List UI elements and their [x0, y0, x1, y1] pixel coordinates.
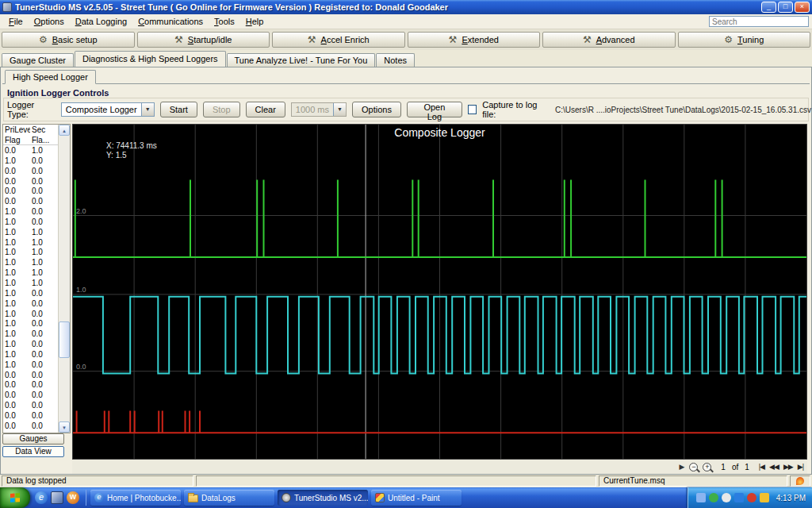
- scrollbar-thumb[interactable]: [59, 321, 70, 358]
- svg-text:2.0: 2.0: [76, 207, 86, 215]
- pri-level-cell: 1.0: [3, 319, 30, 329]
- task-label: DataLogs: [201, 494, 236, 502]
- interval-select[interactable]: 1000 ms ▼: [291, 102, 347, 117]
- sec-level-cell: 0.0: [30, 391, 57, 401]
- gauges-button[interactable]: Gauges: [2, 433, 64, 444]
- table-row: 1.0 1.0: [3, 228, 58, 238]
- toolbar-label-tuning: Tuning: [737, 35, 764, 44]
- tab-notes[interactable]: Notes: [376, 53, 415, 67]
- media-player-icon[interactable]: W: [67, 491, 79, 504]
- tray-icon-4[interactable]: [734, 493, 744, 502]
- options-button[interactable]: Options: [352, 102, 401, 117]
- table-row: 1.0 0.0: [3, 310, 58, 320]
- last-page-icon[interactable]: ▶|: [798, 463, 803, 471]
- toolbar-button-basic-setup[interactable]: ⚙ Basic setup: [2, 32, 135, 48]
- logger-type-select[interactable]: Composite Logger ▼: [61, 102, 155, 117]
- table-row: 0.0 0.0: [3, 391, 58, 401]
- menu-communications[interactable]: Communications: [132, 15, 209, 28]
- tab-gauge-cluster[interactable]: Gauge Cluster: [2, 53, 74, 67]
- tab-high-speed-logger[interactable]: High Speed Logger: [5, 70, 96, 84]
- sec-level-cell: 1.0: [30, 258, 57, 268]
- page-of-label: of: [732, 463, 738, 471]
- sec-level-cell: 0.0: [30, 187, 57, 197]
- toolbar-button-startup-idle[interactable]: ⚒ Startup/idle: [137, 32, 270, 48]
- toolbar-button-tuning[interactable]: ⚙ Tuning: [678, 32, 811, 48]
- minimize-button[interactable]: _: [761, 2, 776, 13]
- sec-level-header: SecFla...: [30, 125, 57, 144]
- toolbar: ⚙ Basic setup ⚒ Startup/idle ⚒ Accel Enr…: [0, 29, 812, 50]
- task-button-paint[interactable]: Untitled - Paint: [371, 490, 462, 506]
- table-rows: 0.0 1.0 1.0 0.0 0.0 0.0 0.0: [3, 146, 58, 433]
- titlebar: TunerStudio MS v2.5.05 - Street Tune ( G…: [0, 0, 812, 14]
- window-controls: _ □ ×: [761, 2, 810, 13]
- task-button-photobucket[interactable]: e Home | Photobucke...: [90, 490, 181, 506]
- tab-diagnostics-high-speed-loggers[interactable]: Diagnostics & High Speed Loggers: [75, 51, 226, 67]
- tunerstudio-icon: [282, 493, 291, 502]
- menu-options[interactable]: Options: [29, 15, 70, 28]
- data-view-button[interactable]: Data View: [2, 446, 64, 457]
- menu-help[interactable]: Help: [240, 15, 270, 28]
- app-icon: [2, 2, 12, 12]
- sec-level-cell: 1.0: [30, 238, 57, 248]
- interval-value: 1000 ms: [292, 105, 333, 114]
- toolbar-button-advanced[interactable]: ⚒ Advanced: [542, 32, 676, 48]
- start-button[interactable]: Start: [160, 102, 197, 117]
- cursor-x-value: X: 74411.3 ms: [106, 141, 157, 151]
- task-button-tunerstudio[interactable]: TunerStudio MS v2....: [278, 490, 368, 506]
- window-title: TunerStudio MS v2.5.05 - Street Tune ( G…: [15, 2, 761, 12]
- toolbar-button-accel-enrich[interactable]: ⚒ Accel Enrich: [272, 32, 405, 48]
- tray-icon-1[interactable]: [696, 493, 706, 502]
- extended-icon: ⚒: [449, 35, 458, 44]
- show-desktop-icon[interactable]: [51, 491, 63, 504]
- menu-tools[interactable]: Tools: [209, 15, 240, 28]
- table-row: 1.0 1.0: [3, 268, 58, 279]
- tray-icon-5[interactable]: [747, 493, 756, 502]
- first-page-icon[interactable]: |◀: [759, 463, 764, 471]
- volume-icon[interactable]: [760, 493, 769, 502]
- stop-button[interactable]: Stop: [203, 102, 240, 117]
- table-row: 1.0 0.0: [3, 319, 58, 329]
- pri-level-cell: 1.0: [3, 238, 30, 248]
- close-button[interactable]: ×: [795, 2, 810, 13]
- tab-tune-analyze-live[interactable]: Tune Analyze Live! - Tune For You: [227, 53, 376, 67]
- search-input[interactable]: [709, 16, 809, 27]
- zoom-in-icon[interactable]: +: [703, 463, 711, 471]
- sec-level-cell: 1.0: [30, 268, 57, 279]
- logger-controls-title: Ignition Logger Controls: [7, 88, 109, 98]
- pri-level-cell: 0.0: [3, 421, 30, 432]
- maximize-button[interactable]: □: [778, 2, 793, 13]
- status-spacer: [196, 475, 596, 487]
- scroll-down-icon[interactable]: ▼: [59, 421, 70, 433]
- basic-setup-icon: ⚙: [39, 35, 48, 44]
- play-icon[interactable]: ▶: [679, 461, 684, 472]
- sec-level-cell: 0.0: [30, 207, 57, 217]
- toolbar-button-extended[interactable]: ⚒ Extended: [408, 32, 541, 48]
- tray-icon-3[interactable]: [722, 493, 731, 502]
- rewind-icon[interactable]: ◀◀: [769, 463, 779, 471]
- status-bar: Data log stopped CurrentTune.msq: [0, 475, 812, 487]
- task-button-datalogs[interactable]: DataLogs: [184, 490, 274, 506]
- pri-level-cell: 1.0: [3, 156, 30, 167]
- tray-icon-2[interactable]: [709, 493, 718, 502]
- menu-file[interactable]: File: [3, 15, 29, 28]
- table-row: 1.0 1.0: [3, 258, 58, 268]
- table-row: 0.0 0.0: [3, 177, 58, 187]
- table-scrollbar[interactable]: ▲ ▼: [58, 125, 70, 433]
- folder-icon: [188, 495, 198, 502]
- logger-chart-svg[interactable]: 2.01.00.0: [73, 125, 806, 459]
- start-button[interactable]: [0, 487, 30, 508]
- pri-level-cell: 1.0: [3, 299, 30, 310]
- menu-data-logging[interactable]: Data Logging: [70, 15, 132, 28]
- chevron-down-icon[interactable]: ▼: [141, 103, 154, 116]
- capture-checkbox[interactable]: [468, 105, 477, 114]
- pri-level-cell: 0.0: [3, 401, 30, 411]
- open-log-button[interactable]: Open Log: [407, 102, 462, 117]
- sec-level-cell: 0.0: [30, 299, 57, 310]
- clear-button[interactable]: Clear: [246, 102, 285, 117]
- internet-explorer-icon[interactable]: e: [35, 491, 48, 504]
- zoom-out-icon[interactable]: −: [689, 463, 698, 471]
- pri-level-cell: 1.0: [3, 360, 30, 371]
- composite-logger-chart[interactable]: 2.01.00.0 Composite Logger X: 74411.3 ms…: [72, 124, 807, 460]
- forward-icon[interactable]: ▶▶: [783, 463, 793, 471]
- scroll-up-icon[interactable]: ▲: [59, 125, 70, 136]
